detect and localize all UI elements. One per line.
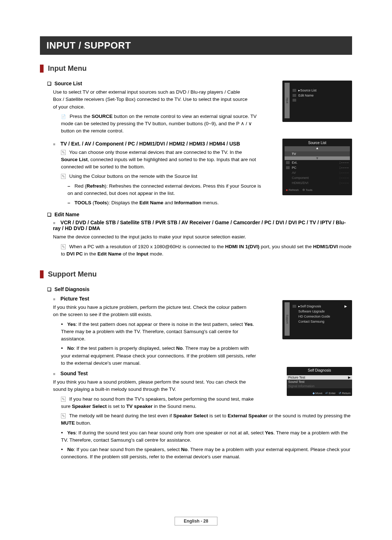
sound-test-yes: Yes: If during the sound test you can he…	[61, 429, 352, 444]
t: VCR / DVD / Cable STB / Satellite STB / …	[53, 220, 346, 231]
sound-test-heading: Sound Test	[53, 371, 281, 376]
t: SOURCE	[92, 114, 113, 119]
t: Yes	[244, 322, 253, 327]
figure-row: Signal Information	[287, 384, 352, 388]
picture-test-heading: Picture Test	[53, 296, 277, 302]
t: Source List	[61, 157, 88, 162]
t: in the Sound menu.	[152, 404, 196, 409]
t: Edit Name	[98, 251, 122, 257]
edit-name-devices: VCR / DVD / Cable STB / Satellite STB / …	[53, 220, 352, 231]
t: DVI PC	[66, 251, 83, 257]
t: Edit Name	[298, 94, 314, 97]
t: MUTE	[61, 420, 75, 426]
title-bar: INPUT / SUPPORT	[40, 36, 352, 55]
sound-test-note1: If you hear no sound from the TV's speak…	[61, 396, 257, 410]
figure-row: Sound Test	[287, 380, 352, 384]
source-list-heading: Source List	[47, 81, 277, 86]
t: TOOLS	[74, 200, 91, 205]
t: Edit Name	[139, 200, 163, 205]
figure-row	[291, 98, 348, 102]
t: The melody will be heard during the test…	[69, 413, 173, 418]
figure-footer: ◆ Move ⏎ Enter ↺ Return	[287, 390, 352, 396]
figure-row: Ext.: - - - -	[285, 160, 350, 165]
t: Enter	[329, 392, 336, 395]
t: Picture Test	[288, 376, 305, 379]
source-list-note: Press the SOURCE button on the remote co…	[61, 113, 257, 135]
t: You can choose only those external devic…	[69, 150, 242, 155]
source-list-intro: Use to select TV or other external input…	[53, 89, 249, 111]
t: Picture Test	[61, 296, 89, 302]
t: Press the	[70, 114, 92, 119]
t: : - - - -	[340, 171, 349, 175]
t: TV	[292, 152, 296, 156]
t: Speaker Select	[173, 413, 208, 418]
t: Sound Test	[288, 380, 305, 384]
tools-line: TOOLS (Tools): Displays the Edit Name an…	[68, 199, 264, 206]
t: Yes	[67, 322, 75, 327]
pencil-icon	[61, 396, 68, 402]
edit-name-heading: Edit Name	[47, 212, 352, 217]
t: , connected inputs will be highlighted a…	[61, 157, 256, 169]
red-refresh-line: Red (Refresh): Refreshes the connected e…	[68, 183, 264, 197]
figure-icon	[293, 89, 296, 92]
t: Input	[136, 251, 148, 257]
figure-support-menu: Support ▸ Self Diagnosis▶ Software Upgra…	[282, 300, 352, 339]
figure-icon	[286, 152, 290, 155]
sound-test-note2: The melody will be heard during the test…	[61, 412, 352, 427]
t: Sound Test	[61, 371, 88, 376]
figure-icon	[293, 99, 296, 102]
t: Refresh	[289, 188, 299, 192]
sound-test-no: No: If you can hear sound from the speak…	[61, 446, 352, 461]
red-bar-accent	[40, 270, 44, 278]
t: Return	[342, 392, 351, 395]
pencil-icon	[61, 413, 68, 418]
pencil-icon	[61, 244, 68, 249]
tv-ext-note: You can choose only those external devic…	[61, 149, 257, 171]
t: TV / Ext. / AV / Component / PC / HDMI1/…	[61, 141, 240, 147]
t: Tools	[94, 200, 107, 205]
figure-title: Source List	[285, 141, 350, 145]
t: TV speaker	[126, 404, 152, 409]
edit-name-text: Name the device connected to the input j…	[53, 233, 352, 241]
pencil-icon	[61, 150, 68, 155]
t: Contact Samsung	[298, 320, 324, 323]
gray-square-bullet	[53, 297, 59, 301]
t: mode.	[148, 251, 163, 257]
self-diagnosis-heading: Self Diagnosis	[47, 286, 352, 292]
t: Tools	[306, 188, 313, 192]
t: External Speaker	[228, 413, 268, 418]
t: Self Diagnosis	[300, 304, 321, 308]
t: Component	[292, 176, 309, 180]
figure-row: Picture Test▶	[287, 375, 352, 380]
t: HDMI1/DVI	[292, 181, 309, 185]
t: ): Displays the	[107, 200, 139, 205]
edit-name-note: When a PC with a resolution of 1920 x 10…	[61, 243, 352, 258]
figure-icon	[293, 305, 296, 308]
note-icon	[61, 114, 68, 119]
section-support-menu: Support Menu	[40, 270, 352, 278]
figure-row: Component: - - - -	[285, 175, 350, 180]
t: HD Connection Guide	[298, 315, 330, 318]
page-footer: English - 28	[0, 517, 392, 525]
figure-row: ▸ Source List	[291, 88, 348, 93]
page-number-box: English - 28	[175, 517, 217, 525]
t: (	[91, 200, 94, 205]
gray-square-bullet	[53, 221, 59, 225]
figure-self-diagnosis: Self Diagnosis Picture Test▶ Sound Test …	[287, 367, 352, 396]
figure-source-list: Source List ▲ TV ▼ Ext.: - - - - PC: - -…	[282, 139, 352, 195]
figure-row: Software Upgrade	[291, 309, 348, 314]
t: and	[163, 200, 174, 205]
figure-icon	[293, 94, 296, 97]
figure-icon	[286, 166, 290, 169]
picture-test-no: No: If the test pattern is properly disp…	[61, 345, 257, 367]
tv-ext-heading: TV / Ext. / AV / Component / PC / HDMI1/…	[53, 141, 277, 147]
t: PC	[292, 166, 297, 169]
figure-icon	[286, 161, 290, 164]
sound-test-intro: If you think you have a sound problem, p…	[53, 379, 249, 393]
t: No	[67, 447, 74, 452]
t: HDMI IN 1(DVI)	[225, 244, 260, 249]
t: Ext.	[292, 161, 298, 164]
figure-row: PC: - - - -	[285, 165, 350, 170]
t: : If during the sound test you can hear …	[75, 430, 265, 435]
figure-footer: ■ Refresh ⚙ Tools	[285, 188, 350, 192]
